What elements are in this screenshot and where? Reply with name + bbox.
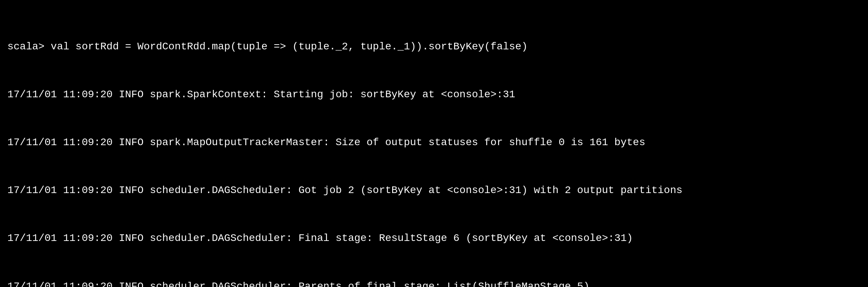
terminal-line-3: 17/11/01 11:09:20 INFO spark.MapOutputTr…	[7, 134, 861, 150]
terminal-window: scala> val sortRdd = WordContRdd.map(tup…	[0, 0, 868, 287]
terminal-line-1: scala> val sortRdd = WordContRdd.map(tup…	[7, 39, 861, 55]
terminal-line-5: 17/11/01 11:09:20 INFO scheduler.DAGSche…	[7, 230, 861, 246]
terminal-line-4: 17/11/01 11:09:20 INFO scheduler.DAGSche…	[7, 182, 861, 198]
terminal-line-2: 17/11/01 11:09:20 INFO spark.SparkContex…	[7, 87, 861, 102]
terminal-line-6: 17/11/01 11:09:20 INFO scheduler.DAGSche…	[7, 279, 861, 287]
